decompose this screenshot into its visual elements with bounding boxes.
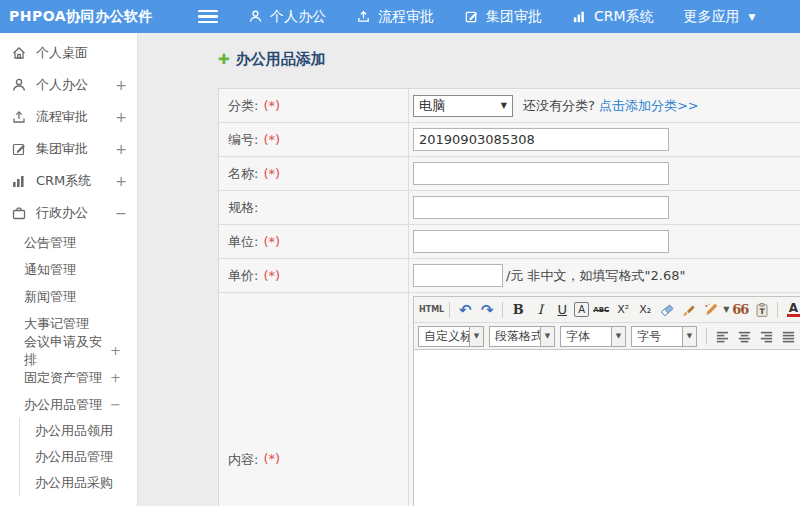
required-marker: (*)	[263, 451, 280, 466]
sidebar-item-personal-desktop[interactable]: 个人桌面	[0, 37, 137, 69]
sidebar-subitem-office-supplies[interactable]: 办公用品管理 −	[0, 391, 137, 418]
edit-square-icon	[11, 141, 27, 157]
align-right-button[interactable]	[756, 326, 776, 346]
add-category-link[interactable]: 点击添加分类>>	[599, 97, 699, 115]
custom-heading-select[interactable]: 自定义标题 ▼	[418, 326, 484, 347]
font-size-select[interactable]: 字号 ▼	[631, 326, 697, 347]
expand-plus-icon[interactable]: +	[110, 343, 121, 358]
code-label: 编号: (*)	[219, 123, 409, 156]
form-row-category: 分类: (*) 电脑 ▼ 还没有分类? 点击添加分类>>	[219, 89, 800, 123]
sidebar-label: 集团审批	[36, 140, 88, 158]
nav-more-apps[interactable]: 更多应用 ▼	[684, 8, 756, 26]
menu-icon[interactable]	[198, 10, 218, 24]
sidebar-subitem-news[interactable]: 新闻管理	[0, 283, 137, 310]
flow-icon	[11, 109, 27, 125]
undo-button[interactable]: ↶	[455, 300, 475, 320]
sidebar-item-crm-system[interactable]: CRM系统 +	[0, 165, 137, 197]
price-label: 单价: (*)	[219, 259, 409, 292]
expand-plus-icon[interactable]: +	[115, 173, 127, 189]
expand-minus-icon[interactable]: −	[115, 205, 127, 221]
sidebar-label: 办公用品管理	[24, 396, 102, 414]
strikethrough-button[interactable]: ABC	[591, 300, 611, 320]
app-window: PHPOA协同办公软件 个人办公 流程审批 集团审批 CRM系统 更多应用 ▼	[0, 0, 800, 506]
sidebar-subitem-meetings[interactable]: 会议申请及安排 +	[0, 337, 137, 364]
sidebar-item-group-approval[interactable]: 集团审批 +	[0, 133, 137, 165]
form-row-content: 内容: (*) HTML ↶ ↷ B I U	[219, 293, 800, 506]
briefcase-icon	[11, 205, 27, 221]
sidebar-item-personal-office[interactable]: 个人办公 +	[0, 69, 137, 101]
required-marker: (*)	[263, 98, 280, 113]
superscript-button[interactable]: X²	[613, 300, 633, 320]
price-value-cell: /元 非中文，如填写格式"2.68"	[409, 259, 800, 292]
sidebar-subitem-announcements[interactable]: 公告管理	[0, 229, 137, 256]
font-color-button[interactable]: A	[783, 300, 800, 320]
category-select[interactable]: 电脑 ▼	[413, 95, 513, 117]
align-left-button[interactable]	[712, 326, 732, 346]
nav-workflow-approval[interactable]: 流程审批	[356, 8, 434, 26]
justify-button[interactable]	[778, 326, 798, 346]
unit-input[interactable]	[413, 230, 669, 253]
align-center-button[interactable]	[734, 326, 754, 346]
code-input[interactable]	[413, 128, 669, 151]
price-input[interactable]	[413, 264, 503, 287]
nav-label: CRM系统	[594, 8, 654, 26]
nav-group-approval[interactable]: 集团审批	[464, 8, 542, 26]
select-value: 自定义标题	[419, 327, 469, 346]
source-code-button[interactable]: HTML	[419, 300, 444, 320]
expand-plus-icon[interactable]: +	[115, 109, 127, 125]
format-painter-button[interactable]	[679, 300, 699, 320]
remove-format-button[interactable]	[657, 300, 677, 320]
caret-down-icon[interactable]: ▼	[723, 305, 729, 314]
sidebar-subsubitem-supplies-manage[interactable]: 办公用品管理	[20, 444, 137, 470]
underline-button[interactable]: U	[552, 300, 572, 320]
category-value-cell: 电脑 ▼ 还没有分类? 点击添加分类>>	[409, 89, 800, 122]
spec-value-cell	[409, 191, 800, 224]
sidebar-item-workflow-approval[interactable]: 流程审批 +	[0, 101, 137, 133]
nav-crm-system[interactable]: CRM系统	[572, 8, 654, 26]
sidebar-label: 会议申请及安排	[24, 333, 110, 369]
name-input[interactable]	[413, 162, 669, 185]
expand-plus-icon[interactable]: +	[110, 370, 121, 385]
paste-as-text-button[interactable]: T	[752, 300, 772, 320]
required-marker: (*)	[263, 234, 280, 249]
nav-label: 集团审批	[486, 8, 542, 26]
blockquote-button[interactable]: 66	[730, 300, 750, 320]
category-hint: 还没有分类?	[523, 97, 595, 115]
paragraph-format-select[interactable]: 段落格式 ▼	[489, 326, 555, 347]
italic-button[interactable]: I	[530, 300, 550, 320]
nav-label: 更多应用	[684, 8, 740, 26]
nav-label: 个人办公	[270, 8, 326, 26]
font-family-select[interactable]: 字体 ▼	[560, 326, 626, 347]
sidebar-subsubitem-supplies-claim[interactable]: 办公用品领用	[20, 418, 137, 444]
sidebar-item-admin-office[interactable]: 行政办公 −	[0, 197, 137, 229]
price-format-hint: /元 非中文，如填写格式"2.68"	[506, 267, 685, 285]
nav-personal-office[interactable]: 个人办公	[248, 8, 326, 26]
sidebar-label: 个人办公	[36, 76, 88, 94]
sidebar-label: CRM系统	[36, 172, 91, 190]
format-text-button[interactable]: A	[574, 302, 589, 317]
sidebar-subsubitem-supplies-purchase[interactable]: 办公用品采购	[20, 470, 137, 496]
redo-button[interactable]: ↷	[477, 300, 497, 320]
content-label: 内容: (*)	[219, 293, 409, 506]
editor-content-area[interactable]	[414, 350, 800, 506]
label-text: 分类:	[228, 97, 258, 115]
subscript-button[interactable]: X₂	[635, 300, 655, 320]
bar-chart-icon	[572, 9, 587, 24]
magic-format-button[interactable]	[701, 300, 721, 320]
font-color-glyph: A	[789, 302, 798, 314]
expand-minus-icon[interactable]: −	[110, 397, 121, 412]
sidebar-label: 公告管理	[24, 234, 76, 252]
unit-value-cell	[409, 225, 800, 258]
sidebar-label: 固定资产管理	[24, 369, 102, 387]
toolbar-divider	[502, 302, 503, 318]
expand-plus-icon[interactable]: +	[115, 141, 127, 157]
page-title: ✚ 办公用品添加	[218, 49, 800, 69]
spec-input[interactable]	[413, 196, 669, 219]
expand-plus-icon[interactable]: +	[115, 77, 127, 93]
sidebar-label: 通知管理	[24, 261, 76, 279]
caret-down-icon: ▼	[540, 327, 554, 346]
toolbar-divider	[777, 302, 778, 318]
sidebar-subitem-fixed-assets[interactable]: 固定资产管理 +	[0, 364, 137, 391]
sidebar-subitem-notices[interactable]: 通知管理	[0, 256, 137, 283]
bold-button[interactable]: B	[508, 300, 528, 320]
